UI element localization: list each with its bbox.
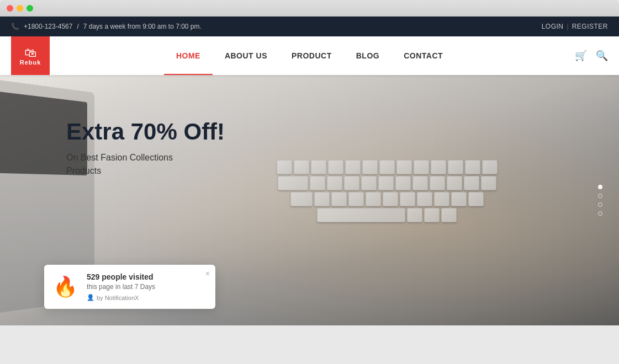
key xyxy=(366,192,381,206)
key xyxy=(328,160,343,174)
nav-item-about[interactable]: ABOUT US xyxy=(213,36,279,75)
notification-subtitle: this page in last 7 Days xyxy=(87,283,207,291)
key xyxy=(412,176,428,190)
key xyxy=(290,192,313,206)
notification-content: 529 people visited this page in last 7 D… xyxy=(87,272,207,301)
key xyxy=(465,160,480,174)
header-icons: 🛒 🔍 xyxy=(575,50,608,62)
notification-close-button[interactable]: × xyxy=(205,269,210,278)
nav-item-contact[interactable]: CONTACT xyxy=(391,36,455,75)
user-icon: 👤 xyxy=(87,294,94,301)
search-icon[interactable]: 🔍 xyxy=(596,50,608,62)
slider-dot-4[interactable] xyxy=(598,211,602,216)
logo[interactable]: 🛍 Rebuk xyxy=(11,36,50,75)
key xyxy=(424,208,440,222)
key xyxy=(400,192,415,206)
key xyxy=(327,176,342,190)
key xyxy=(277,160,292,174)
header: 🛍 Rebuk HOME ABOUT US PRODUCT BLOG CONTA… xyxy=(0,36,619,75)
business-hours: 7 days a week from 9:00 am to 7:00 pm. xyxy=(83,23,202,30)
key xyxy=(311,160,326,174)
key xyxy=(464,176,479,190)
key xyxy=(348,192,364,206)
key xyxy=(407,208,422,222)
key xyxy=(314,192,330,206)
notification-title: 529 people visited xyxy=(87,272,207,281)
key xyxy=(447,176,462,190)
key xyxy=(431,160,446,174)
key xyxy=(345,160,361,174)
key xyxy=(331,192,347,206)
key xyxy=(414,160,429,174)
key xyxy=(430,176,445,190)
key xyxy=(468,192,484,206)
slider-dots xyxy=(598,185,602,216)
hero-section: Extra 70% Off! On Best Fasion Collection… xyxy=(0,75,619,325)
browser-maximize-dot[interactable] xyxy=(27,5,33,12)
key xyxy=(448,160,463,174)
login-link[interactable]: LOGIN xyxy=(542,23,564,30)
nav-item-home[interactable]: HOME xyxy=(164,36,213,75)
key xyxy=(362,160,378,174)
key xyxy=(451,192,467,206)
nav-item-product[interactable]: PRODUCT xyxy=(279,36,344,75)
key xyxy=(417,192,432,206)
key xyxy=(361,176,377,190)
phone-icon: 📞 xyxy=(11,23,19,30)
top-bar-left: 📞 +1800-123-4567 / 7 days a week from 9:… xyxy=(11,23,202,30)
fire-icon: 🔥 xyxy=(53,275,78,298)
notification-card: 🔥 529 people visited this page in last 7… xyxy=(44,265,215,309)
keyboard-decoration xyxy=(194,160,580,325)
key xyxy=(482,160,498,174)
auth-separator: | xyxy=(567,23,569,30)
hero-content: Extra 70% Off! On Best Fasion Collection… xyxy=(66,119,225,178)
hours-separator: / xyxy=(77,23,78,30)
notification-footer: 👤 by NotificationX xyxy=(87,294,207,301)
notification-x-label: by NotificationX xyxy=(97,295,139,301)
slider-dot-1[interactable] xyxy=(598,185,602,189)
key xyxy=(395,176,411,190)
key xyxy=(441,208,457,222)
cart-icon[interactable]: 🛒 xyxy=(575,50,587,62)
logo-bag-icon: 🛍 xyxy=(24,46,36,60)
key xyxy=(294,160,309,174)
key xyxy=(310,176,325,190)
browser-close-dot[interactable] xyxy=(7,5,13,12)
main-nav: HOME ABOUT US PRODUCT BLOG CONTACT xyxy=(11,36,564,75)
browser-chrome xyxy=(0,0,619,17)
browser-minimize-dot[interactable] xyxy=(17,5,23,12)
hero-subtitle-line2: Products xyxy=(66,164,225,178)
key xyxy=(434,192,449,206)
logo-text: Rebuk xyxy=(20,59,41,66)
key xyxy=(396,160,412,174)
register-link[interactable]: REGISTER xyxy=(572,23,608,30)
top-bar: 📞 +1800-123-4567 / 7 days a week from 9:… xyxy=(0,17,619,36)
hero-title: Extra 70% Off! xyxy=(66,119,225,144)
slider-dot-3[interactable] xyxy=(598,202,602,207)
nav-item-blog[interactable]: BLOG xyxy=(344,36,391,75)
key xyxy=(481,176,496,190)
key xyxy=(378,176,394,190)
hero-subtitle-line1: On Best Fasion Collections xyxy=(66,151,225,164)
top-bar-right: LOGIN | REGISTER xyxy=(542,23,608,30)
phone-number: +1800-123-4567 xyxy=(24,23,72,30)
key xyxy=(278,176,308,190)
key xyxy=(379,160,395,174)
key xyxy=(344,176,359,190)
slider-dot-2[interactable] xyxy=(598,194,602,198)
spacebar-key xyxy=(317,208,405,222)
key xyxy=(383,192,398,206)
